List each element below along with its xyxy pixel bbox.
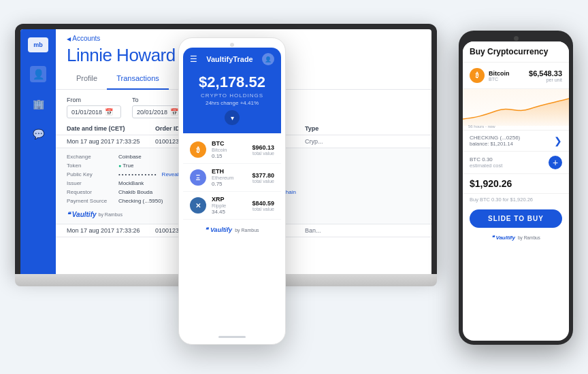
coin-list: ₿ BTC Bitcoin 0.15 $960.13 total value	[183, 133, 281, 222]
bc-account-label: CHECKING (...0256)	[470, 135, 520, 141]
phone-white-screen: ☰ VaultifyTrade 👤 $2,178.52 CRYPTO HOLDI…	[183, 48, 281, 333]
phone-white-notch	[183, 42, 281, 48]
coin-symbol-btc: BTC	[212, 140, 246, 147]
list-item[interactable]: Ξ ETH Ethereum 0.75 $377.80 total value	[183, 164, 281, 192]
expand-button[interactable]: ▾	[225, 110, 240, 125]
bc-coin-row[interactable]: ₿ Bitcoin BTC $6,548.33 per unit	[463, 63, 569, 89]
hamburger-icon[interactable]: ☰	[190, 54, 197, 64]
phone-white-body: ☰ VaultifyTrade 👤 $2,178.52 CRYPTO HOLDI…	[178, 37, 286, 345]
bc-price: $6,548.33	[529, 69, 562, 78]
bc-footer: ❝ Vaultify by Rambus	[463, 232, 569, 243]
bc-account-info: CHECKING (...0256) balance: $1,201.14	[470, 135, 520, 147]
bc-coin-info: ₿ Bitcoin BTC	[470, 68, 510, 83]
eth-icon: Ξ	[190, 169, 206, 186]
coin-value-xrp: $840.59 total value	[252, 200, 274, 211]
calendar-icon-to: 📅	[170, 108, 178, 116]
vt-balance-label: CRYPTO HOLDINGS	[190, 92, 274, 99]
coin-info-eth: ETH Ethereum 0.75	[212, 168, 246, 187]
vt-footer-brand: ❝ Vaultify	[205, 226, 232, 233]
sidebar-icon-chat[interactable]: 💬	[30, 126, 46, 142]
slide-to-buy-button[interactable]: SLIDE TO BUY	[470, 209, 562, 228]
home-indicator	[218, 336, 246, 338]
main-scene: mb 👤 🏢 💬 Accounts Linnie Howard Profile …	[15, 10, 573, 364]
coin-info-xrp: XRP Ripple 34.45	[212, 196, 246, 215]
list-item[interactable]: ₿ BTC Bitcoin 0.15 $960.13 total value	[183, 136, 281, 164]
list-item[interactable]: ✕ XRP Ripple 34.45 $840.59 total value	[183, 192, 281, 220]
bc-total-row: $1,920.26	[463, 174, 569, 194]
phone-white: ☰ VaultifyTrade 👤 $2,178.52 CRYPTO HOLDI…	[178, 37, 286, 345]
chevron-down-icon[interactable]: ❯	[554, 135, 562, 146]
coin-symbol-eth: ETH	[212, 168, 246, 175]
bc-per-unit: per unit	[529, 78, 562, 82]
bc-amount-label: BTC 0.30	[470, 156, 502, 163]
bc-coin-name: Bitcoin	[489, 70, 510, 77]
phone-dark-body: Buy Cryptocurrency ₿ Bitcoin BTC $6,548.…	[459, 31, 573, 345]
bc-amount-row: BTC 0.30 estimated cost +	[463, 152, 569, 174]
btc-icon: ₿	[190, 141, 206, 158]
vt-balance-change: 24hrs change +4.41%	[190, 100, 274, 106]
vt-footer-by: by Rambus	[235, 228, 259, 233]
bc-coin-details: Bitcoin BTC	[489, 70, 510, 82]
tab-transactions[interactable]: Transactions	[107, 70, 169, 90]
vt-app-header: ☰ VaultifyTrade 👤	[183, 48, 281, 71]
bc-app-header: Buy Cryptocurrency	[463, 41, 569, 63]
coin-info-btc: BTC Bitcoin 0.15	[212, 140, 246, 159]
home-bar	[183, 333, 281, 340]
reveal-link[interactable]: Reveal	[162, 171, 179, 177]
bc-account-balance: balance: $1,201.14	[470, 141, 520, 147]
coin-amount-eth: 0.75	[212, 181, 246, 187]
coin-value-btc: $960.13 total value	[252, 144, 274, 156]
bc-hours-label: 56 hours - now	[468, 124, 495, 129]
coin-value-eth: $377.80 total value	[252, 172, 274, 184]
vt-footer: ❝ Vaultify by Rambus	[183, 222, 281, 237]
coin-name-xrp: Ripple	[212, 203, 246, 209]
coin-symbol-xrp: XRP	[212, 196, 246, 203]
calendar-icon: 📅	[105, 108, 113, 116]
sidebar: mb 👤 🏢 💬	[20, 29, 56, 274]
plus-button[interactable]: +	[549, 156, 562, 169]
sidebar-icon-company[interactable]: 🏢	[30, 96, 46, 112]
bc-footer-brand: ❝ Vaultify	[491, 235, 515, 241]
coin-amount-xrp: 34.45	[212, 209, 246, 215]
sidebar-logo: mb	[28, 37, 48, 52]
xrp-icon: ✕	[190, 197, 206, 214]
coin-name-eth: Ethereum	[212, 175, 246, 181]
vt-app-name: VaultifyTrade	[206, 55, 252, 63]
tab-profile[interactable]: Profile	[67, 70, 107, 90]
vt-balance-area: $2,178.52 CRYPTO HOLDINGS 24hrs change +…	[183, 71, 281, 133]
from-date-input[interactable]: 01/01/2018 📅	[67, 105, 121, 118]
bc-title: Buy Cryptocurrency	[470, 47, 562, 56]
bc-total-amount: $1,920.26	[470, 178, 562, 189]
bc-price-area: $6,548.33 per unit	[529, 69, 562, 82]
phone-dark-screen: Buy Cryptocurrency ₿ Bitcoin BTC $6,548.…	[463, 41, 569, 341]
user-avatar[interactable]: 👤	[262, 53, 274, 65]
coin-name-btc: Bitcoin	[212, 147, 246, 153]
bc-amount-info: BTC 0.30 estimated cost	[470, 156, 502, 169]
bc-footer-by: by Rambus	[518, 235, 540, 240]
front-camera	[230, 43, 234, 47]
vt-balance: $2,178.52	[190, 73, 274, 91]
bc-amount-cost-label: estimated cost	[470, 163, 502, 169]
sidebar-icon-users[interactable]: 👤	[30, 66, 46, 82]
phone-dark-notch	[463, 35, 569, 41]
bc-coin-symbol: BTC	[489, 77, 510, 82]
front-camera-dark	[514, 36, 519, 41]
bc-btc-icon: ₿	[470, 68, 485, 83]
chart-svg	[463, 92, 569, 126]
filter-from: From 01/01/2018 📅	[67, 97, 121, 118]
bc-price-chart: 56 hours - now	[463, 89, 569, 130]
bc-summary-text: Buy BTC 0.30 for $1,920.26	[463, 194, 569, 205]
bc-account-row[interactable]: CHECKING (...0256) balance: $1,201.14 ❯	[463, 131, 569, 152]
phone-dark: Buy Cryptocurrency ₿ Bitcoin BTC $6,548.…	[459, 31, 573, 345]
coin-amount-btc: 0.15	[212, 153, 246, 159]
